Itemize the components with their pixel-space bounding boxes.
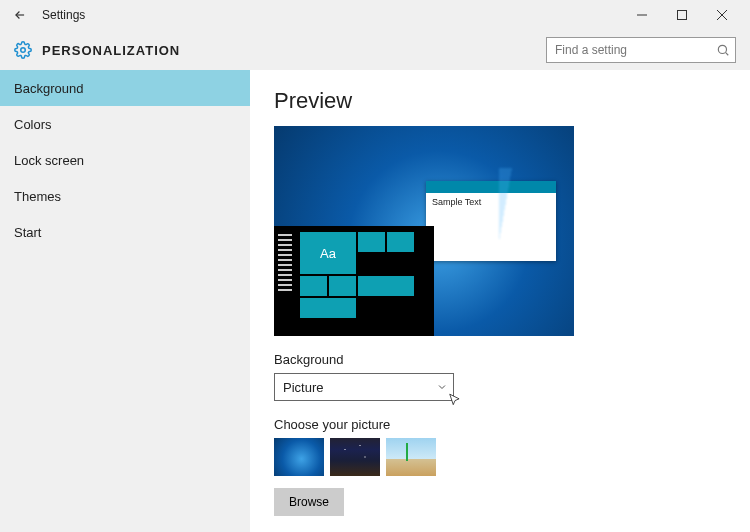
- tile: [329, 276, 356, 296]
- sidebar-item-label: Colors: [14, 117, 52, 132]
- tile-sample-text: Aa: [300, 232, 356, 274]
- close-icon: [716, 9, 728, 21]
- sidebar-item-label: Lock screen: [14, 153, 84, 168]
- sidebar-item-label: Start: [14, 225, 41, 240]
- svg-rect-1: [678, 11, 687, 20]
- sample-window-titlebar: [426, 181, 556, 193]
- sidebar-item-lock-screen[interactable]: Lock screen: [0, 142, 250, 178]
- svg-point-4: [21, 48, 26, 53]
- sample-window-text: Sample Text: [426, 193, 556, 211]
- back-button[interactable]: [8, 8, 32, 22]
- choose-picture-label: Choose your picture: [274, 417, 726, 432]
- picture-thumb-2[interactable]: [330, 438, 380, 476]
- picture-thumbnails: [274, 438, 726, 476]
- background-label: Background: [274, 352, 726, 367]
- sidebar-item-colors[interactable]: Colors: [0, 106, 250, 142]
- preview-thumbnail: Sample Text Aa: [274, 126, 574, 336]
- window-title: Settings: [42, 8, 85, 22]
- sidebar-item-label: Themes: [14, 189, 61, 204]
- cursor-icon: [448, 391, 462, 409]
- minimize-button[interactable]: [622, 1, 662, 29]
- preview-heading: Preview: [274, 88, 726, 114]
- background-select[interactable]: Picture: [274, 373, 454, 401]
- start-menu-mock: Aa: [274, 226, 434, 336]
- start-list-mock: [274, 226, 296, 336]
- maximize-icon: [676, 9, 688, 21]
- tile: [387, 232, 414, 252]
- search-wrap: [546, 37, 736, 63]
- header: PERSONALIZATION: [0, 30, 750, 70]
- search-input[interactable]: [546, 37, 736, 63]
- gear-icon: [14, 41, 32, 59]
- titlebar: Settings: [0, 0, 750, 30]
- picture-thumb-3[interactable]: [386, 438, 436, 476]
- arrow-left-icon: [13, 8, 27, 22]
- sidebar-item-start[interactable]: Start: [0, 214, 250, 250]
- sample-window: Sample Text: [426, 181, 556, 261]
- close-button[interactable]: [702, 1, 742, 29]
- start-tiles-mock: Aa: [296, 226, 434, 336]
- sidebar-item-themes[interactable]: Themes: [0, 178, 250, 214]
- section-title: PERSONALIZATION: [42, 43, 180, 58]
- maximize-button[interactable]: [662, 1, 702, 29]
- sidebar-item-label: Background: [14, 81, 83, 96]
- main-content: Preview Sample Text Aa: [250, 70, 750, 532]
- browse-button[interactable]: Browse: [274, 488, 344, 516]
- sidebar: Background Colors Lock screen Themes Sta…: [0, 70, 250, 532]
- minimize-icon: [636, 9, 648, 21]
- tile: [358, 276, 414, 296]
- background-select-value: Picture: [283, 380, 323, 395]
- sidebar-item-background[interactable]: Background: [0, 70, 250, 106]
- picture-thumb-1[interactable]: [274, 438, 324, 476]
- tile: [358, 232, 385, 252]
- background-select-wrap: Picture: [274, 373, 454, 401]
- tile: [300, 298, 356, 318]
- tile: [300, 276, 327, 296]
